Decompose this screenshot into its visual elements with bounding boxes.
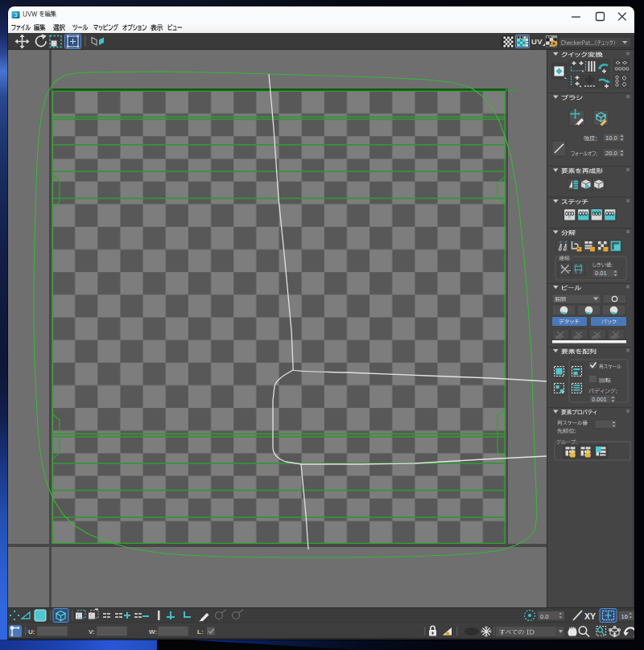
svg-text:XY: XY — [584, 611, 596, 621]
svg-text:L:: L: — [197, 628, 204, 636]
svg-text:10.0: 10.0 — [605, 134, 617, 142]
svg-text:W:: W: — [149, 628, 157, 636]
svg-text:V:: V: — [89, 628, 95, 636]
svg-text:20.0: 20.0 — [605, 150, 617, 157]
svg-text:0.001: 0.001 — [592, 396, 607, 403]
svg-text:U:: U: — [28, 628, 35, 636]
svg-text:UV: UV — [531, 37, 543, 46]
svg-text:16: 16 — [621, 613, 628, 620]
svg-text:3: 3 — [14, 11, 17, 19]
svg-text:0.0: 0.0 — [540, 613, 548, 620]
svg-text:0.01: 0.01 — [595, 269, 607, 277]
